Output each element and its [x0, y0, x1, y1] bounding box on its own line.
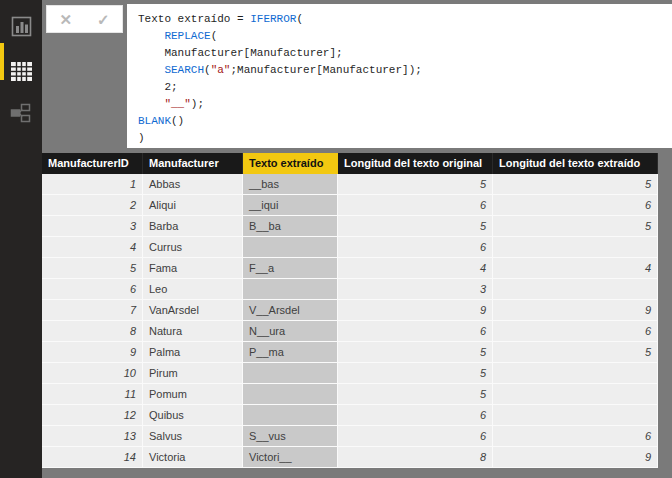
table-cell[interactable]: 9: [493, 447, 658, 468]
table-cell[interactable]: 9: [493, 300, 658, 321]
table-row: 6Leo3: [42, 279, 658, 300]
table-cell[interactable]: P__ma: [243, 342, 338, 363]
table-cell[interactable]: [243, 279, 338, 300]
table-cell[interactable]: 5: [493, 174, 658, 195]
table-cell[interactable]: Aliqui: [143, 195, 243, 216]
table-cell[interactable]: Abbas: [143, 174, 243, 195]
table-cell[interactable]: 4: [42, 237, 143, 258]
table-row: 5FamaF__a44: [42, 258, 658, 279]
table-cell[interactable]: Fama: [143, 258, 243, 279]
table-row: 7VanArsdelV__Arsdel99: [42, 300, 658, 321]
table-cell[interactable]: 6: [493, 426, 658, 447]
table-cell[interactable]: 2: [42, 195, 143, 216]
column-header-manufacturerid[interactable]: ManufacturerID: [42, 153, 143, 174]
table-cell[interactable]: __bas: [243, 174, 338, 195]
table-row: 12Quibus6: [42, 405, 658, 426]
table-cell[interactable]: 5: [338, 384, 493, 405]
table-cell[interactable]: 8: [42, 321, 143, 342]
table-cell[interactable]: 1: [42, 174, 143, 195]
table-cell[interactable]: F__a: [243, 258, 338, 279]
table-cell[interactable]: [243, 237, 338, 258]
table-cell[interactable]: V__Arsdel: [243, 300, 338, 321]
table-cell[interactable]: Natura: [143, 321, 243, 342]
table-cell[interactable]: Palma: [143, 342, 243, 363]
commit-formula-button[interactable]: ✓: [85, 6, 123, 32]
table-cell[interactable]: [493, 363, 658, 384]
table-cell[interactable]: 4: [493, 258, 658, 279]
table-cell[interactable]: Barba: [143, 216, 243, 237]
column-header-manufacturer[interactable]: Manufacturer: [143, 153, 243, 174]
table-cell[interactable]: 5: [42, 258, 143, 279]
table-cell[interactable]: 13: [42, 426, 143, 447]
sidebar-item-data-view[interactable]: [0, 52, 42, 90]
table-cell[interactable]: 6: [338, 426, 493, 447]
table-cell[interactable]: Salvus: [143, 426, 243, 447]
table-cell[interactable]: 5: [338, 174, 493, 195]
table-cell[interactable]: 5: [338, 216, 493, 237]
table-cell[interactable]: VanArsdel: [143, 300, 243, 321]
table-cell[interactable]: Pirum: [143, 363, 243, 384]
table-cell[interactable]: [243, 405, 338, 426]
table-cell[interactable]: 5: [493, 216, 658, 237]
table-cell[interactable]: 5: [338, 363, 493, 384]
cancel-formula-button[interactable]: ✕: [47, 6, 85, 32]
table-cell[interactable]: 6: [338, 405, 493, 426]
table-row: 10Pirum5: [42, 363, 658, 384]
table-cell[interactable]: B__ba: [243, 216, 338, 237]
table-cell[interactable]: Leo: [143, 279, 243, 300]
table-cell[interactable]: [493, 279, 658, 300]
table-cell[interactable]: [243, 384, 338, 405]
dax-formula-editor[interactable]: Texto extraído = IFERROR( REPLACE( Manuf…: [127, 4, 672, 148]
table-cell[interactable]: 12: [42, 405, 143, 426]
table-cell[interactable]: 3: [42, 216, 143, 237]
column-header-longitud-del-texto-original[interactable]: Longitud del texto original: [338, 153, 493, 174]
table-cell[interactable]: 6: [338, 237, 493, 258]
table-cell[interactable]: 5: [493, 342, 658, 363]
table-cell[interactable]: 5: [338, 342, 493, 363]
table-cell[interactable]: 7: [42, 300, 143, 321]
close-icon: ✕: [59, 12, 72, 27]
table-cell[interactable]: 6: [493, 195, 658, 216]
table-cell[interactable]: 10: [42, 363, 143, 384]
formula-code: Texto extraído = IFERROR( REPLACE( Manuf…: [127, 4, 672, 147]
table-cell[interactable]: 6: [338, 321, 493, 342]
column-header-texto-extra-do[interactable]: Texto extraído: [243, 153, 338, 174]
formula-line: ): [138, 130, 672, 147]
column-header-longitud-del-texto-extra-do[interactable]: Longitud del texto extraído: [493, 153, 658, 174]
view-switcher-sidebar: [0, 0, 42, 478]
table-cell[interactable]: [493, 237, 658, 258]
table-cell[interactable]: [493, 384, 658, 405]
table-cell[interactable]: 9: [338, 300, 493, 321]
table-cell[interactable]: __iqui: [243, 195, 338, 216]
formula-line: SEARCH("a";Manufacturer[Manufacturer]);: [138, 62, 672, 79]
table-cell[interactable]: 8: [338, 447, 493, 468]
table-row: 3BarbaB__ba55: [42, 216, 658, 237]
table-cell[interactable]: Victori__: [243, 447, 338, 468]
table-cell[interactable]: [243, 363, 338, 384]
table-cell[interactable]: Pomum: [143, 384, 243, 405]
table-cell[interactable]: [493, 405, 658, 426]
table-cell[interactable]: 9: [42, 342, 143, 363]
sidebar-item-model-view[interactable]: [0, 94, 42, 132]
table-cell[interactable]: 11: [42, 384, 143, 405]
table-cell[interactable]: S__vus: [243, 426, 338, 447]
formula-line: REPLACE(: [138, 28, 672, 45]
table-cell[interactable]: N__ura: [243, 321, 338, 342]
table-cell[interactable]: Currus: [143, 237, 243, 258]
table-cell[interactable]: 6: [493, 321, 658, 342]
table-cell[interactable]: 6: [338, 195, 493, 216]
sidebar-item-report-view[interactable]: [0, 7, 42, 45]
table-cell[interactable]: 6: [42, 279, 143, 300]
table-row: 13SalvusS__vus66: [42, 426, 658, 447]
table-cell[interactable]: Quibus: [143, 405, 243, 426]
table-cell[interactable]: Victoria: [143, 447, 243, 468]
table-cell[interactable]: 4: [338, 258, 493, 279]
checkmark-icon: ✓: [97, 12, 110, 27]
table-row: 8NaturaN__ura66: [42, 321, 658, 342]
table-row: 1Abbas__bas55: [42, 174, 658, 195]
formula-line: BLANK(): [138, 113, 672, 130]
formula-line: "__");: [138, 96, 672, 113]
table-cell[interactable]: 3: [338, 279, 493, 300]
table-cell[interactable]: 14: [42, 447, 143, 468]
table-header: ManufacturerIDManufacturerTexto extraído…: [42, 153, 658, 174]
